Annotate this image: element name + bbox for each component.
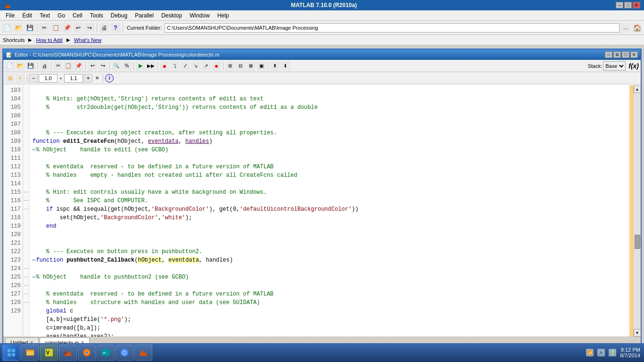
zoom-value2-input[interactable] xyxy=(64,74,83,82)
editor-step-in-button[interactable]: ↘ xyxy=(191,61,200,71)
stack-label: Stack: xyxy=(588,63,603,69)
scroll-down-button[interactable]: ▼ xyxy=(634,329,641,337)
menu-window[interactable]: Window xyxy=(186,11,214,20)
editor-title-controls: ─ ⧉ □ ✕ xyxy=(605,51,638,58)
new-file-button[interactable]: 📄 xyxy=(2,23,12,33)
cell2-icon: ≡ xyxy=(16,74,25,83)
editor-run-button[interactable]: ▶ xyxy=(136,61,145,71)
browse-folder-button[interactable]: … xyxy=(620,23,631,33)
scroll-track[interactable] xyxy=(634,93,641,329)
taskbar-explorer[interactable] xyxy=(21,345,39,361)
fold-marker-103[interactable] xyxy=(24,85,29,94)
editor-minimize-button[interactable]: ─ xyxy=(605,51,612,58)
taskbar-chrome[interactable] xyxy=(116,345,133,361)
editor-layout3-button[interactable]: ▣ xyxy=(256,61,266,71)
scroll-thumb[interactable] xyxy=(635,235,640,249)
editor-new-button[interactable]: 📄 xyxy=(5,61,15,71)
scroll-up-button[interactable]: ▲ xyxy=(634,85,641,93)
editor-paste-button[interactable]: 📌 xyxy=(74,61,83,71)
zoom-in-button[interactable]: + xyxy=(84,74,92,82)
editor-layout-button[interactable]: ⊟ xyxy=(236,61,245,71)
editor-step-out-button[interactable]: ↗ xyxy=(201,61,211,71)
minimize-button[interactable]: ─ xyxy=(616,2,623,8)
menu-tools[interactable]: Tools xyxy=(86,11,107,20)
editor-window: 📝 Editor - C:\Users\SOMANSHUPC\Documents… xyxy=(2,49,642,348)
editor-copy-button[interactable]: 📋 xyxy=(64,61,73,71)
fx-button[interactable]: f(x) xyxy=(628,62,639,70)
save-button[interactable]: 💾 xyxy=(25,23,35,33)
editor-redo-button[interactable]: ↪ xyxy=(98,61,107,71)
window-controls: ─ □ ✕ xyxy=(616,2,640,8)
editor-undo-button[interactable]: ↩ xyxy=(88,61,97,71)
editor-title-text: Editor - C:\Users\SOMANSHUPC\Documents\M… xyxy=(15,52,219,58)
menu-help[interactable]: Help xyxy=(214,11,233,20)
menu-go[interactable]: Go xyxy=(54,11,69,20)
print-button[interactable]: 🖨 xyxy=(99,23,109,33)
zoom-clear-button[interactable]: ✕ xyxy=(93,74,101,82)
menu-parallel[interactable]: Parallel xyxy=(131,11,157,20)
taskbar-matlab2[interactable] xyxy=(134,345,152,361)
svg-text:∞: ∞ xyxy=(103,351,106,355)
taskbar-app2[interactable]: V xyxy=(40,345,58,361)
editor-stop-button[interactable]: ■ xyxy=(212,61,221,71)
editor-grid-button[interactable]: ⊞ xyxy=(225,61,235,71)
open-button[interactable]: 📂 xyxy=(13,23,24,33)
editor-down-button[interactable]: ⬇ xyxy=(281,61,290,71)
copy-button[interactable]: 📋 xyxy=(50,23,61,33)
taskbar: V ∞ 📶 🔊 🔋 xyxy=(0,343,644,362)
menu-debug[interactable]: Debug xyxy=(107,11,131,20)
how-to-add-link[interactable]: How to Add xyxy=(36,37,62,43)
open-folder-button[interactable]: 🏠 xyxy=(632,23,642,33)
redo-button[interactable]: ↪ xyxy=(84,23,95,33)
menu-file[interactable]: File xyxy=(2,11,18,20)
etb-sep3 xyxy=(85,62,86,70)
editor-save-button[interactable]: 💾 xyxy=(26,61,35,71)
vertical-scrollbar[interactable]: ▲ ▼ xyxy=(633,85,641,337)
taskbar-matlab[interactable] xyxy=(59,345,77,361)
editor-close-button[interactable]: ✕ xyxy=(630,51,638,58)
editor-open-button[interactable]: 📂 xyxy=(16,61,25,71)
close-button[interactable]: ✕ xyxy=(633,2,640,8)
editor-maximize-button[interactable]: □ xyxy=(622,51,629,58)
menu-edit[interactable]: Edit xyxy=(18,11,36,20)
code-container: 103 104 105 106 107 108 109 110 111 112 … xyxy=(3,85,641,337)
editor-toolbar: 📄 📂 💾 🖨 ✂ 📋 📌 ↩ ↪ 🔍 % ▶ ▶▶ ● ⤵ ⤦ ↘ ↗ ■ ⊞… xyxy=(3,60,641,72)
etb-sep1 xyxy=(37,62,38,70)
cut-button[interactable]: ✂ xyxy=(39,23,50,33)
editor-up-button[interactable]: ⬆ xyxy=(270,61,280,71)
shortcuts-icon: ▶ xyxy=(28,37,32,42)
editor-print-button[interactable]: 🖨 xyxy=(40,61,49,71)
zoom-value-input[interactable] xyxy=(39,74,58,82)
whats-new-link[interactable]: What's New xyxy=(74,37,101,43)
stack-select[interactable]: Base xyxy=(603,61,626,71)
code-editor[interactable]: % Hints: get(hObject,'String') returns c… xyxy=(30,85,633,337)
zoom-out-button[interactable]: − xyxy=(29,74,38,82)
zoom-help-icon[interactable]: i xyxy=(105,74,114,82)
etb-sep4 xyxy=(109,62,110,70)
line-numbers: 103 104 105 106 107 108 109 110 111 112 … xyxy=(3,85,23,337)
dash-126: — xyxy=(24,272,29,280)
editor-float-button[interactable]: ⧉ xyxy=(613,51,621,58)
menu-cell[interactable]: Cell xyxy=(69,11,86,20)
editor-breakpoint-button[interactable]: ● xyxy=(160,61,169,71)
windows-start-button[interactable] xyxy=(2,345,20,361)
editor-find-button[interactable]: 🔍 xyxy=(112,61,121,71)
editor-step-button[interactable]: ⤵ xyxy=(170,61,180,71)
help-button[interactable]: ? xyxy=(110,23,121,33)
menu-text[interactable]: Text xyxy=(36,11,54,20)
editor-layout2-button[interactable]: ⊠ xyxy=(246,61,256,71)
dash-116: — xyxy=(24,196,29,204)
paste-button[interactable]: 📌 xyxy=(62,23,72,33)
taskbar-firefox[interactable] xyxy=(78,345,96,361)
editor-run-section-button[interactable]: ▶▶ xyxy=(146,61,156,71)
editor-cut-button[interactable]: ✂ xyxy=(53,61,63,71)
editor-comment-button[interactable]: % xyxy=(122,61,132,71)
maximize-button[interactable]: □ xyxy=(624,2,632,8)
folder-path-input[interactable] xyxy=(165,23,619,33)
menu-desktop[interactable]: Desktop xyxy=(157,11,186,20)
editor-continue-button[interactable]: ⤦ xyxy=(181,61,190,71)
taskbar-arduino[interactable]: ∞ xyxy=(97,345,115,361)
undo-button[interactable]: ↩ xyxy=(73,23,83,33)
etb-sep8 xyxy=(268,62,268,70)
shortcuts-label: Shortcuts xyxy=(3,37,25,43)
